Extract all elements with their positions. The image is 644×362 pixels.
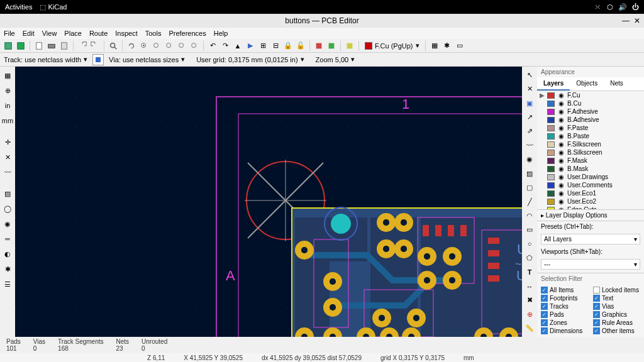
filter-locked-items[interactable]: ✓Locked items (593, 287, 640, 293)
layer-visibility-toggle[interactable]: ◉ (557, 190, 565, 197)
menu-inspect[interactable]: Inspect (115, 30, 137, 37)
layer-visibility-toggle[interactable]: ◉ (557, 101, 565, 107)
layer-color-swatch[interactable] (547, 141, 555, 148)
zoom-in-button[interactable]: + (138, 40, 150, 52)
layers-manager-button[interactable]: ☰ (1, 278, 14, 290)
layer-color-swatch[interactable] (547, 150, 555, 156)
layer-display-options[interactable]: ▸ Layer Display Options (537, 209, 644, 221)
units-inch-button[interactable]: in (1, 99, 14, 112)
layer-color-swatch[interactable] (547, 174, 555, 180)
layer-visibility-toggle[interactable]: ◉ (557, 174, 565, 180)
layer-color-swatch[interactable] (547, 158, 555, 164)
grid-dropdown[interactable]: User grid: 0,3175 mm (0,0125 in)▾ (196, 55, 304, 63)
plot-button[interactable] (58, 40, 70, 52)
tab-objects[interactable]: Objects (570, 77, 604, 90)
layer-visibility-toggle[interactable]: ◉ (557, 141, 565, 148)
layer-color-swatch[interactable] (547, 101, 555, 107)
draw-rect-button[interactable]: ▭ (523, 224, 536, 236)
measure-button[interactable]: 📏 (523, 323, 536, 334)
layer-visibility-toggle[interactable]: ◉ (557, 125, 565, 131)
layer-row-f-mask[interactable]: ◉F.Mask (537, 156, 644, 165)
mirror-v-button[interactable]: ▲ (232, 40, 243, 52)
layer-visibility-toggle[interactable]: ◉ (557, 166, 565, 172)
filter-text[interactable]: ✓Text (593, 295, 640, 302)
delete-button[interactable]: ✖ (523, 295, 536, 306)
redo-button[interactable] (89, 40, 101, 52)
app-menu-button[interactable]: ⬚ KiCad (40, 3, 67, 11)
zoom-out-button[interactable] (151, 40, 162, 52)
layer-row-user-eco2[interactable]: ◉User.Eco2 (537, 197, 644, 206)
layer-color-swatch[interactable] (547, 125, 555, 131)
layer-visibility-toggle[interactable]: ◉ (557, 199, 565, 205)
set-origin-button[interactable]: ⊕ (523, 309, 536, 320)
unlock-button[interactable]: 🔓 (295, 40, 306, 52)
menu-edit[interactable]: Edit (23, 30, 35, 37)
layer-row-b-mask[interactable]: ◉B.Mask (537, 165, 644, 173)
menu-view[interactable]: View (42, 30, 57, 37)
layer-visibility-toggle[interactable]: ◉ (557, 182, 565, 189)
place-footprint-button[interactable]: ▣ (523, 97, 536, 109)
layer-visibility-toggle[interactable]: ◉ (557, 109, 565, 115)
add-text-button[interactable]: T (523, 266, 536, 278)
add-via-button[interactable]: ◉ (523, 154, 536, 165)
group-button[interactable]: ⊞ (257, 40, 269, 52)
save-button[interactable] (3, 40, 14, 52)
route-track-button[interactable]: ↗ (523, 111, 536, 123)
layer-color-swatch[interactable] (547, 117, 555, 123)
zoom-fit-button[interactable] (164, 40, 175, 52)
zoom-objects-button[interactable] (176, 40, 187, 52)
layer-row-user-comments[interactable]: ◉User.Comments (537, 181, 644, 189)
layer-color-swatch[interactable] (547, 166, 555, 172)
add-dimension-button[interactable]: ↔ (523, 280, 536, 292)
layer-color-swatch[interactable] (547, 92, 555, 99)
draw-poly-button[interactable]: ⬠ (523, 252, 536, 263)
filter-rule-areas[interactable]: ✓Rule Areas (593, 319, 640, 326)
page-settings-button[interactable] (33, 40, 45, 52)
menu-tools[interactable]: Tools (145, 30, 162, 37)
net-highlight-button[interactable]: ✱ (1, 263, 14, 275)
rotate-cw-button[interactable]: ↷ (219, 40, 231, 52)
board-setup-button[interactable] (15, 40, 26, 52)
filter-dimensions[interactable]: ✓Dimensions (541, 327, 588, 334)
menu-file[interactable]: File (4, 30, 15, 37)
lock-button[interactable]: 🔒 (282, 40, 294, 52)
layer-color-swatch[interactable] (547, 182, 555, 189)
track-display-button[interactable]: ═ (1, 233, 14, 245)
find-button[interactable] (108, 40, 119, 52)
tab-nets[interactable]: Nets (604, 77, 630, 90)
scripting-console-button[interactable]: ▦ (429, 40, 440, 52)
viewports-dropdown[interactable]: ---▾ (541, 259, 640, 270)
filter-tracks[interactable]: ✓Tracks (541, 303, 588, 310)
pad-display-button[interactable]: ◯ (1, 202, 14, 215)
add-zone-button[interactable]: ▨ (523, 168, 536, 179)
show-3d-button[interactable]: ▭ (454, 40, 465, 52)
layer-visibility-toggle[interactable]: ◉ (557, 150, 565, 156)
contrast-button[interactable]: ◐ (1, 248, 14, 260)
zone-display-button[interactable]: ▨ (1, 187, 14, 200)
zoom-selection-button[interactable] (189, 40, 200, 52)
via-size-dropdown[interactable]: Via: use netclass sizes▾ (109, 55, 185, 63)
active-layer-dropdown[interactable]: F.Cu (PgUp) ▾ (362, 41, 422, 50)
filter-all-items[interactable]: ✓All Items (541, 287, 588, 293)
layer-list[interactable]: ▶◉F.Cu◉B.Cu◉F.Adhesive◉B.Adhesive◉F.Past… (537, 91, 644, 209)
draw-arc-button[interactable]: ◠ (523, 210, 536, 221)
auto-track-width-toggle[interactable] (92, 54, 104, 65)
layer-visibility-toggle[interactable]: ◉ (557, 117, 565, 123)
tune-length-button[interactable]: 〰 (523, 140, 536, 151)
filter-footprints[interactable]: ✓Footprints (541, 295, 588, 302)
layer-row-b-silkscreen[interactable]: ◉B.Silkscreen (537, 148, 644, 156)
layer-row-b-adhesive[interactable]: ◉B.Adhesive (537, 116, 644, 124)
footprint-editor-button[interactable] (313, 40, 325, 52)
window-minimize-button[interactable]: — (621, 16, 630, 25)
draw-circle-button[interactable]: ○ (523, 238, 536, 250)
ratsnest-toggle-button[interactable]: ✕ (1, 151, 14, 163)
layer-color-swatch[interactable] (547, 109, 555, 115)
window-close-button[interactable]: ✕ (633, 16, 641, 25)
track-width-dropdown[interactable]: Track: use netclass width▾ (4, 55, 87, 63)
battery-icon[interactable]: ⏻ (632, 3, 639, 11)
highlight-net-button[interactable]: ✕ (523, 83, 536, 94)
layer-visibility-toggle[interactable]: ◉ (557, 133, 565, 140)
layer-row-f-paste[interactable]: ◉F.Paste (537, 124, 644, 132)
draw-line-button[interactable]: ╱ (523, 196, 536, 207)
layer-color-swatch[interactable] (547, 190, 555, 197)
